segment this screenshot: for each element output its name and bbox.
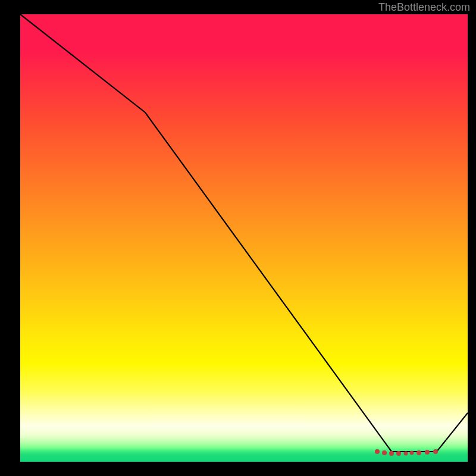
svg-point-1 (382, 450, 387, 455)
svg-point-3 (396, 451, 401, 456)
svg-point-0 (375, 449, 380, 454)
chart-svg (20, 14, 468, 462)
svg-point-5 (410, 451, 414, 455)
plot-area (20, 14, 468, 462)
svg-point-7 (425, 450, 430, 455)
svg-point-6 (416, 450, 421, 455)
attribution-text: TheBottleneck.com (378, 1, 470, 14)
bottleneck-curve (20, 14, 468, 452)
highlight-dots (375, 449, 438, 456)
svg-point-4 (404, 452, 408, 456)
svg-point-2 (389, 451, 394, 456)
svg-point-8 (433, 449, 438, 454)
